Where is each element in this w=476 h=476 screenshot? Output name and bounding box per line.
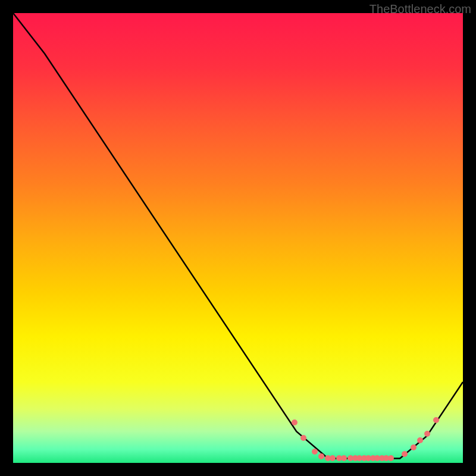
data-point: [417, 437, 423, 443]
watermark-text: TheBottleneck.com: [369, 2, 471, 16]
data-point: [330, 455, 336, 461]
data-point: [388, 455, 394, 461]
data-point: [312, 449, 318, 455]
chart-plot-area: [13, 13, 463, 463]
data-point: [300, 435, 306, 441]
data-point: [318, 453, 324, 459]
data-point: [433, 417, 439, 423]
data-point: [411, 444, 416, 450]
data-point: [402, 451, 408, 457]
data-point: [424, 431, 430, 437]
scatter-dots: [13, 13, 463, 463]
data-point: [292, 419, 298, 425]
data-point: [341, 455, 347, 461]
